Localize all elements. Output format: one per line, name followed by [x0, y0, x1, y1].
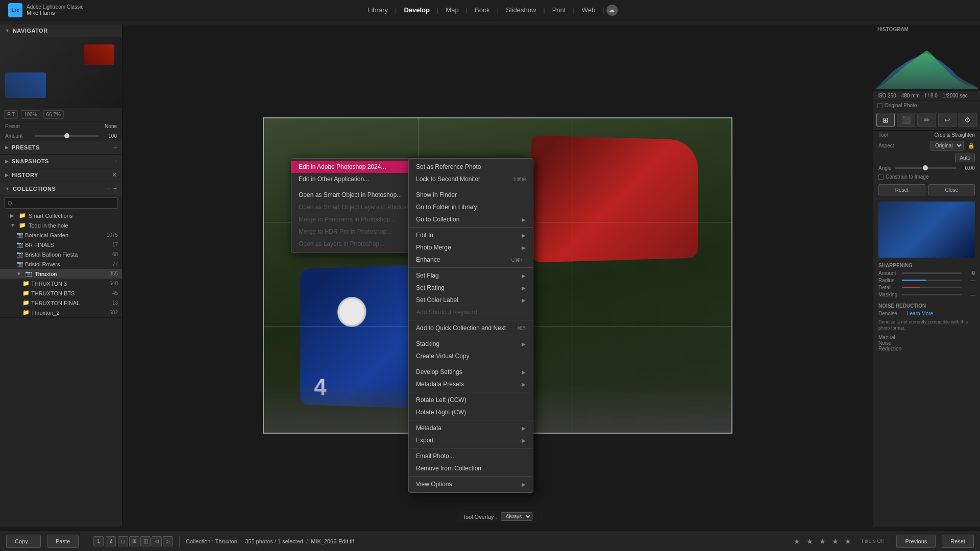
cm-item-export[interactable]: Export▶ [409, 434, 533, 446]
collections-minus-btn[interactable]: − [107, 185, 110, 192]
crop-close-btn[interactable]: Close [928, 184, 975, 195]
nav-develop[interactable]: Develop [399, 4, 435, 16]
sharp-amount-slider[interactable] [902, 272, 962, 274]
snapshots-add-btn[interactable]: + [113, 158, 117, 165]
cm-item-set-color-label[interactable]: Set Color Label▶ [409, 294, 533, 306]
star-1[interactable]: ★ [794, 537, 800, 545]
snapshots-header[interactable]: ▶ Snapshots + [0, 155, 122, 168]
cm-item-photo-merge[interactable]: Photo Merge▶ [409, 241, 533, 254]
cm-item-add-to-quick-collection-and-next[interactable]: Add to Quick Collection and Next⌘B [409, 322, 533, 334]
bottom-bar: Copy... Paste 1 2 ◻ ⊞ ◫ ◁ ▷ Collection :… [0, 531, 980, 551]
presets-add-btn[interactable]: + [113, 144, 117, 151]
aspect-select[interactable]: Original 1:1 4:3 16:9 [930, 141, 964, 151]
sharp-masking-slider[interactable] [902, 294, 962, 295]
cm-item-create-virtual-copy[interactable]: Create Virtual Copy [409, 350, 533, 362]
previous-btn[interactable]: Previous [896, 535, 936, 548]
top-bar: Lrc Adobe Lightroom Classic Mike Harris … [0, 0, 980, 20]
collection-bristol-rovers[interactable]: 📷 Bristol Rovers 77 [0, 259, 122, 269]
nav-library[interactable]: Library [362, 4, 393, 16]
collections-search-input[interactable] [4, 197, 118, 209]
constrain-checkbox[interactable] [878, 174, 884, 180]
tool-overlay-select[interactable]: Always Never Auto [501, 512, 533, 521]
collection-thruxton-bts[interactable]: 📁 THRUXTON BTS 45 [0, 288, 122, 298]
aspect-lock-icon[interactable]: 🔒 [968, 142, 975, 149]
star-2[interactable]: ★ [806, 537, 813, 545]
cm-item-set-flag[interactable]: Set Flag▶ [409, 269, 533, 282]
original-photo-checkbox[interactable] [877, 103, 883, 108]
cm-item-metadata[interactable]: Metadata▶ [409, 422, 533, 434]
cm-item-go-to-collection[interactable]: Go to Collection▶ [409, 213, 533, 226]
cloud-icon[interactable]: ☁ [606, 5, 618, 16]
learn-more-link[interactable]: Learn More [907, 311, 933, 316]
cm-item-edit-in[interactable]: Edit In▶ [409, 229, 533, 241]
cm-item-rotate-left-ccw[interactable]: Rotate Left (CCW) [409, 394, 533, 406]
cm-item-remove-from-collection[interactable]: Remove from Collection [409, 462, 533, 474]
layout-single-btn[interactable]: ◻ [118, 536, 128, 546]
layout-compare-btn[interactable]: ◫ [140, 536, 151, 546]
nav-map[interactable]: Map [440, 4, 463, 16]
collections-add-btn[interactable]: + [113, 185, 117, 192]
cm-item-set-as-reference-photo[interactable]: Set as Reference Photo [409, 161, 533, 173]
sharp-detail-slider[interactable] [902, 287, 962, 288]
amount-slider[interactable] [35, 135, 99, 137]
copy-btn[interactable]: Copy... [6, 535, 41, 548]
cm-separator [409, 420, 533, 420]
collection-br-finals[interactable]: 📷 BR FINALS 17 [0, 240, 122, 249]
nav-book[interactable]: Book [470, 4, 495, 16]
layout-next-btn[interactable]: ▷ [163, 536, 173, 546]
nav-print[interactable]: Print [547, 4, 571, 16]
cm-item-enhance[interactable]: Enhance⌥⌘↑ ! [409, 254, 533, 266]
cm-item-show-in-finder[interactable]: Show in Finder [409, 189, 533, 201]
cm-item-rotate-right-cw[interactable]: Rotate Right (CW) [409, 406, 533, 418]
layout-prev-btn[interactable]: ◁ [152, 536, 162, 546]
angle-slider[interactable] [895, 167, 957, 169]
collection-thruxton-final[interactable]: 📁 THRUXTON FINAL 13 [0, 298, 122, 308]
zoom-100[interactable]: 100% [21, 110, 40, 119]
auto-btn[interactable]: Auto [955, 154, 975, 162]
cm-item-metadata-presets[interactable]: Metadata Presets▶ [409, 378, 533, 390]
histogram-title: Histogram [877, 27, 909, 32]
collection-botanical[interactable]: 📷 Botanical Garden 1075 [0, 230, 122, 240]
presets-header[interactable]: ▶ Presets + [0, 141, 122, 154]
star-3[interactable]: ★ [819, 537, 826, 545]
nav-slideshow[interactable]: Slideshow [501, 4, 541, 16]
tool-crop-btn[interactable]: ⬛ [897, 113, 915, 127]
page-1-btn[interactable]: 1 [93, 536, 104, 546]
collection-bristol-balloon[interactable]: 📷 Bristol Balloon Fiesta 68 [0, 249, 122, 259]
navigator-header[interactable]: ▼ Navigator [0, 24, 122, 37]
zoom-67[interactable]: 66.7% [43, 110, 64, 119]
layout-grid-btn[interactable]: ⊞ [129, 536, 139, 546]
cm-item-go-to-folder-in-library[interactable]: Go to Folder in Library [409, 201, 533, 213]
sharp-radius-slider[interactable] [902, 280, 962, 281]
preview-thumb [878, 202, 975, 258]
page-2-btn[interactable]: 2 [106, 536, 116, 546]
reset2-btn[interactable]: Reset [942, 535, 974, 548]
tool-presets-btn[interactable]: ⊞ [876, 113, 895, 127]
cm-item-stacking[interactable]: Stacking▶ [409, 338, 533, 350]
cm-item-develop-settings[interactable]: Develop Settings▶ [409, 366, 533, 378]
history-header[interactable]: ▶ History ✕ [0, 168, 122, 182]
nav-car-blue [5, 72, 46, 98]
tool-settings-btn[interactable]: ⚙ [959, 113, 977, 127]
zoom-fit[interactable]: FIT [4, 110, 18, 119]
collections-header[interactable]: ▼ Collections − + [0, 182, 122, 195]
crop-reset-btn[interactable]: Reset [878, 184, 925, 195]
cm-item-view-options[interactable]: View Options▶ [409, 478, 533, 490]
tool-undo-btn[interactable]: ↩ [938, 113, 957, 127]
collection-todd[interactable]: ▼ 📁 Todd in the hole [0, 220, 122, 230]
collection-smart[interactable]: ▶ 📁 Smart Collections [0, 211, 122, 220]
cm-item-set-rating[interactable]: Set Rating▶ [409, 282, 533, 294]
tool-heal-btn[interactable]: ✏ [917, 113, 936, 127]
collection-thruxton3[interactable]: 📁 THRUXTON 3 640 [0, 279, 122, 288]
star-4[interactable]: ★ [832, 537, 839, 545]
collection-thruxton2[interactable]: 📁 Thruxton_2 682 [0, 308, 122, 317]
nav-web[interactable]: Web [577, 4, 601, 16]
collection-thruxton[interactable]: ▼ 📷 Thruxton 355 [0, 269, 122, 279]
cm-item-email-photo[interactable]: Email Photo... [409, 450, 533, 462]
cm-item-lock-to-second-monitor[interactable]: Lock to Second Monitor⇧⌘⊞ [409, 173, 533, 185]
history-clear-btn[interactable]: ✕ [112, 171, 117, 179]
history-chevron: ▶ [5, 172, 9, 178]
star-5[interactable]: ★ [845, 537, 851, 545]
paste-btn[interactable]: Paste [47, 535, 79, 548]
nav-car-red [84, 44, 114, 65]
